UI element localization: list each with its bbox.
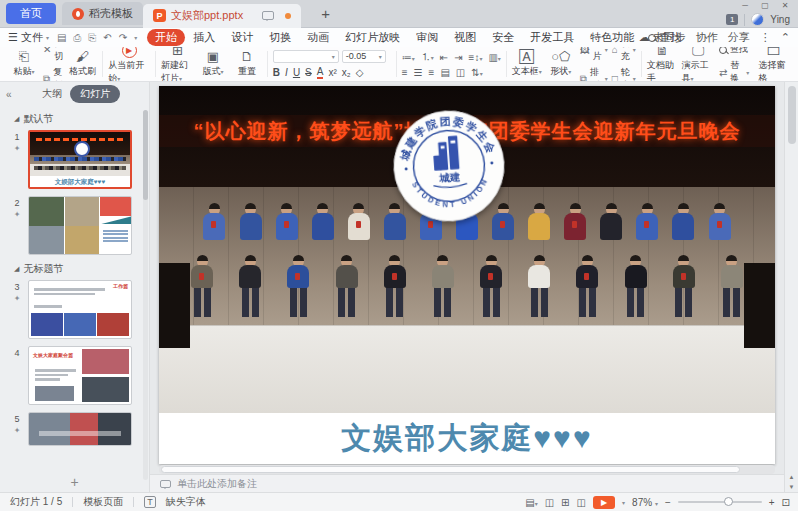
tab-design[interactable]: 设计 xyxy=(223,29,261,46)
align-left-button[interactable]: ≡ xyxy=(402,67,408,78)
tab-home[interactable]: 开始 xyxy=(147,29,185,46)
indent-increase-button[interactable]: ⇥ xyxy=(454,52,462,63)
fit-screen-button[interactable]: ⊡ xyxy=(782,497,790,508)
play-options-caret-icon[interactable]: ▾ xyxy=(622,499,625,506)
tab-review[interactable]: 审阅 xyxy=(408,29,446,46)
shapes-button[interactable]: ○⬠ 形状▾ xyxy=(546,50,576,78)
normal-view-button[interactable]: ▤▾ xyxy=(525,497,537,508)
avatar[interactable] xyxy=(751,13,764,26)
file-menu[interactable]: ☰ 文件 ▾ xyxy=(8,30,49,45)
textbox-button[interactable]: 🄰 文本框▾ xyxy=(512,50,542,78)
document-tab[interactable]: P 文娱部ppt.pptx xyxy=(143,4,301,28)
thumbnail[interactable]: 工作篇 xyxy=(28,280,132,339)
section-default[interactable]: ◢ 默认节 xyxy=(14,112,139,126)
zoom-knob[interactable] xyxy=(724,497,733,506)
template-store-tab[interactable]: 稻壳模板 xyxy=(62,2,143,25)
section-untitled[interactable]: ◢ 无标题节 xyxy=(14,262,139,276)
superscript-button[interactable]: x² xyxy=(328,67,336,78)
maximize-button[interactable]: ▢ xyxy=(756,0,774,12)
vertical-scrollbar[interactable]: ▲ ▼ xyxy=(784,82,798,492)
paste-button[interactable]: ⎗ 粘贴▾ xyxy=(9,50,39,78)
zoom-level[interactable]: 87% ▾ xyxy=(632,497,658,508)
export-icon[interactable]: ⎘ xyxy=(88,32,96,44)
template-page-button[interactable]: 模板页面 xyxy=(83,495,123,509)
tab-devtools[interactable]: 开发工具 xyxy=(522,29,582,46)
sync-status[interactable]: ☁ 未同步 xyxy=(639,30,686,45)
fill-button[interactable]: ⌂填充▾ xyxy=(612,47,636,63)
subscript-button[interactable]: x₂ xyxy=(342,67,351,78)
previous-slide-button[interactable]: ▲ xyxy=(789,474,795,480)
justify-button[interactable]: ▤ xyxy=(440,67,449,78)
bullets-button[interactable]: ≔▾ xyxy=(402,52,415,63)
doc-assistant-button[interactable]: 🗎 文档助手 xyxy=(647,47,678,82)
minimize-button[interactable]: ─ xyxy=(736,0,754,12)
picture-button[interactable]: 🖼︎图片▾ xyxy=(580,47,608,63)
present-tools-button[interactable]: 🖵 演示工具▾ xyxy=(682,47,715,82)
play-from-current-button[interactable]: ▶ 从当前开始▾ xyxy=(108,47,150,82)
zoom-slider[interactable] xyxy=(678,501,762,503)
tab-slideshow[interactable]: 幻灯片放映 xyxy=(337,29,408,46)
outline-tab[interactable]: 大纲 xyxy=(42,87,62,101)
bold-button[interactable]: B xyxy=(273,67,280,78)
caption-strip[interactable]: 文娱部大家庭♥♥♥ xyxy=(159,413,775,464)
cut-button[interactable]: ✕剪切 xyxy=(43,47,63,63)
redo-icon[interactable]: ↷ xyxy=(119,32,127,43)
replace-button[interactable]: ⇄替换▾ xyxy=(719,59,749,82)
slide-thumb-1[interactable]: 1 ✦ 文娱部大家庭♥♥♥ xyxy=(6,130,139,189)
home-tab[interactable]: 首页 xyxy=(6,3,56,24)
slide-thumb-4[interactable]: 4 文娱大家庭聚会篇 xyxy=(6,346,139,405)
save-icon[interactable]: ▤ xyxy=(57,32,66,43)
underline-button[interactable]: U xyxy=(293,67,300,78)
slide-1[interactable]: “以心迎新，筑梦远航”城建学院团委学生会迎新年元旦晚会 xyxy=(159,86,775,464)
slideshow-play-button[interactable]: ▶ xyxy=(593,496,615,509)
slides-tab[interactable]: 幻灯片 xyxy=(70,85,120,103)
zoom-out-button[interactable]: − xyxy=(665,497,671,508)
slide-canvas[interactable]: “以心迎新，筑梦远航”城建学院团委学生会迎新年元旦晚会 xyxy=(150,82,784,464)
quickbar-caret-icon[interactable]: ▾ xyxy=(134,34,137,41)
copy-button[interactable]: ⧉复制 xyxy=(43,66,63,83)
tab-insert[interactable]: 插入 xyxy=(185,29,223,46)
notification-badge[interactable]: 1 xyxy=(726,14,738,25)
new-tab-button[interactable]: + xyxy=(315,5,336,22)
slide-thumb-5[interactable]: 5 ✦ xyxy=(6,412,139,446)
slide-thumb-3[interactable]: 3 ✦ 工作篇 xyxy=(6,280,139,339)
slide-thumb-2[interactable]: 2 ✦ xyxy=(6,196,139,255)
format-painter-button[interactable]: 🖌︎ 格式刷 xyxy=(67,50,97,78)
selection-pane-button[interactable]: 🗔 选择窗格 xyxy=(758,47,789,82)
collapse-panel-button[interactable]: « xyxy=(6,89,12,100)
find-button[interactable]: 查找 xyxy=(719,47,749,56)
tab-animation[interactable]: 动画 xyxy=(299,29,337,46)
thumbnail[interactable]: 文娱大家庭聚会篇 xyxy=(28,346,132,405)
italic-button[interactable]: I xyxy=(285,67,288,78)
comment-bubble-icon[interactable] xyxy=(262,11,274,20)
zoom-in-button[interactable]: + xyxy=(769,497,775,508)
layout-button[interactable]: ▣ 版式▾ xyxy=(198,50,228,78)
thumbnail[interactable] xyxy=(28,412,132,446)
strikethrough-button[interactable]: S xyxy=(305,67,312,78)
slide-sorter-button[interactable]: ◫ xyxy=(545,497,554,508)
align-right-button[interactable]: ≡ xyxy=(429,67,435,78)
tab-security[interactable]: 安全 xyxy=(484,29,522,46)
share-button[interactable]: 分享 xyxy=(728,30,750,45)
font-family-select[interactable]: ▾ xyxy=(273,50,339,63)
undo-icon[interactable]: ↶ xyxy=(103,32,111,43)
collaborate-button[interactable]: 协作 xyxy=(696,30,718,45)
outline-button[interactable]: □轮廓▾ xyxy=(612,66,636,83)
user-name[interactable]: Ying xyxy=(770,14,790,25)
scrollbar-thumb[interactable] xyxy=(788,86,796,144)
thumbnail[interactable]: 文娱部大家庭♥♥♥ xyxy=(28,130,132,189)
collapse-ribbon-icon[interactable]: ⌃ xyxy=(781,31,790,44)
clear-format-button[interactable]: ◇ xyxy=(356,67,364,78)
align-center-button[interactable]: ☰ xyxy=(414,67,423,78)
missing-fonts-button[interactable]: 缺失字体 xyxy=(166,495,206,509)
more-icon[interactable]: ⋮ xyxy=(760,31,771,44)
line-spacing-button[interactable]: ≡↕▾ xyxy=(469,52,483,63)
indent-decrease-button[interactable]: ⇤ xyxy=(440,52,448,63)
tab-transition[interactable]: 切换 xyxy=(261,29,299,46)
next-slide-button[interactable]: ▼ xyxy=(789,484,795,490)
sidebar-scrollbar[interactable] xyxy=(143,110,148,480)
text-direction-button[interactable]: ⇅▾ xyxy=(471,67,482,78)
grid-view-button[interactable]: ⊞ xyxy=(561,497,569,508)
reading-view-button[interactable]: ◫ xyxy=(576,497,585,508)
print-icon[interactable]: ⎙ xyxy=(73,32,81,44)
